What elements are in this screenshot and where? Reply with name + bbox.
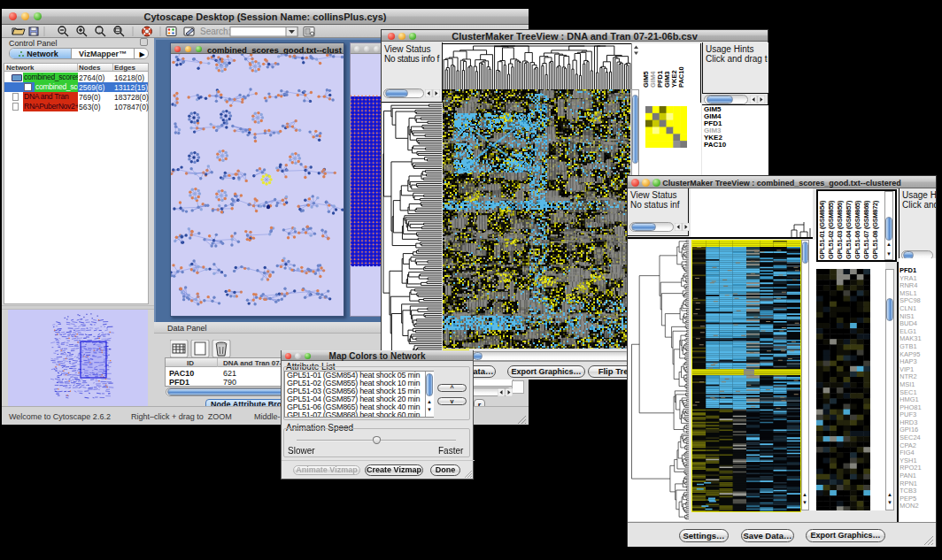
svg-text:Search:: Search:: [200, 27, 230, 36]
